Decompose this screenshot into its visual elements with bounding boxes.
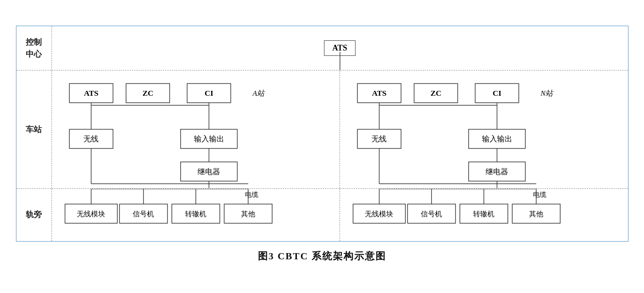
trackside-row: 轨旁 电缆 — [16, 189, 628, 241]
station-n-svg: ATS ZC CI N站 — [340, 70, 628, 188]
station-a-block: ATS ZC CI A站 — [52, 70, 340, 188]
svg-text:输入输出: 输入输出 — [482, 135, 512, 144]
svg-text:转辙机: 转辙机 — [473, 210, 494, 218]
svg-text:无线: 无线 — [371, 135, 387, 144]
trackside-stations-area: 电缆 无线模块 信号机 — [52, 189, 628, 241]
svg-text:信号机: 信号机 — [421, 210, 442, 218]
trackside-n-svg: 电缆 无线模块 信号机 — [340, 189, 628, 241]
top-ats-area: ATS — [52, 26, 628, 70]
station-a-svg: ATS ZC CI A站 — [52, 70, 340, 188]
figure-caption: 图3 CBTC 系统架构示意图 — [258, 242, 386, 267]
svg-text:电缆: 电缆 — [533, 191, 546, 198]
stations-area: ATS ZC CI A站 — [52, 70, 628, 188]
svg-text:转辙机: 转辙机 — [185, 210, 206, 218]
svg-text:信号机: 信号机 — [133, 210, 154, 218]
control-center-svg — [52, 26, 628, 70]
svg-text:无线模块: 无线模块 — [365, 210, 393, 218]
svg-text:无线: 无线 — [83, 135, 99, 144]
trackside-a-svg: 电缆 无线模块 信号机 — [52, 189, 340, 241]
svg-text:CI: CI — [493, 89, 502, 98]
svg-text:CI: CI — [204, 89, 213, 98]
trackside-a-block: 电缆 无线模块 信号机 — [52, 189, 340, 241]
svg-text:ZC: ZC — [142, 89, 153, 98]
station-row: 车站 ATS ZC CI — [16, 70, 628, 188]
svg-text:A站: A站 — [252, 89, 265, 98]
svg-text:输入输出: 输入输出 — [194, 135, 224, 144]
station-label: 车站 — [16, 70, 52, 188]
svg-text:ATS: ATS — [83, 89, 98, 98]
trackside-n-block: 电缆 无线模块 信号机 — [340, 189, 628, 241]
svg-text:ATS: ATS — [372, 89, 387, 98]
svg-text:其他: 其他 — [241, 210, 255, 218]
station-n-block: ATS ZC CI N站 — [340, 70, 628, 188]
control-center-label: 控制 中心 — [16, 26, 52, 70]
trackside-label: 轨旁 — [16, 189, 52, 241]
svg-text:电缆: 电缆 — [245, 191, 258, 198]
svg-text:N站: N站 — [540, 89, 554, 98]
svg-text:继电器: 继电器 — [198, 168, 220, 176]
svg-text:继电器: 继电器 — [486, 168, 508, 176]
svg-text:ZC: ZC — [431, 89, 442, 98]
svg-text:无线模块: 无线模块 — [77, 210, 105, 218]
diagram-container: 控制 中心 ATS 车站 — [16, 26, 628, 241]
control-center-row: 控制 中心 ATS — [16, 26, 628, 70]
svg-text:其他: 其他 — [529, 210, 543, 218]
